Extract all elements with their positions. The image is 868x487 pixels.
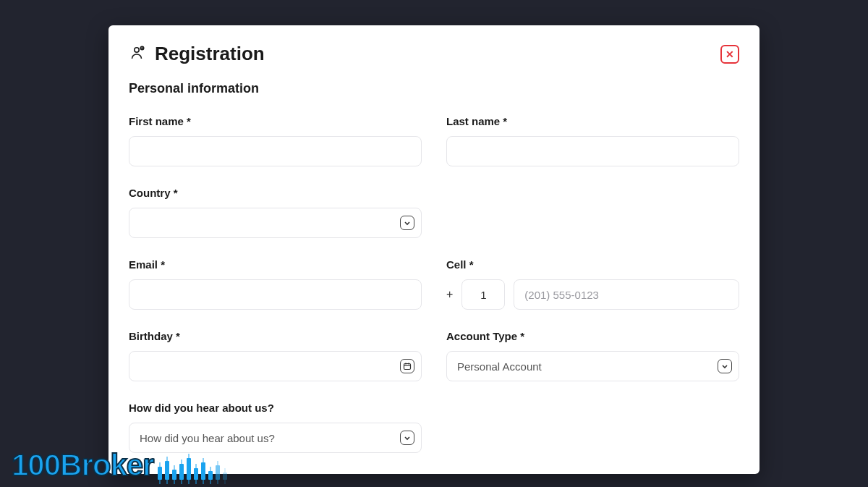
cell-group: Cell * + <box>446 258 739 310</box>
first-name-input[interactable] <box>129 136 422 166</box>
hear-placeholder: How did you hear about us? <box>140 432 275 444</box>
birthday-label: Birthday * <box>129 330 422 342</box>
candlestick-icon <box>158 451 227 480</box>
email-label: Email * <box>129 258 422 271</box>
user-add-icon <box>129 44 146 64</box>
email-input[interactable] <box>129 279 422 310</box>
country-group: Country * <box>129 187 422 238</box>
last-name-group: Last name * <box>446 115 739 166</box>
last-name-label: Last name * <box>446 115 739 127</box>
close-icon: ✕ <box>726 49 734 59</box>
country-select[interactable] <box>129 208 422 238</box>
modal-header-left: Registration <box>129 43 265 65</box>
modal-header: Registration ✕ <box>129 43 739 65</box>
birthday-group: Birthday * <box>129 330 422 381</box>
hear-label: How did you hear about us? <box>129 402 422 414</box>
country-code-input[interactable] <box>461 279 505 310</box>
birthday-input[interactable] <box>129 351 422 381</box>
cell-label: Cell * <box>446 258 739 271</box>
country-label: Country * <box>129 187 422 199</box>
form-grid: First name * Last name * Country * <box>129 115 739 453</box>
cell-prefix: + <box>446 288 453 301</box>
logo-text: 100Broker <box>12 448 153 483</box>
registration-modal: Registration ✕ Personal information Firs… <box>109 25 760 474</box>
close-button[interactable]: ✕ <box>720 45 739 64</box>
account-type-group: Account Type * Personal Account <box>446 330 739 381</box>
account-type-label: Account Type * <box>446 330 739 342</box>
first-name-group: First name * <box>129 115 422 166</box>
account-type-value: Personal Account <box>457 360 542 373</box>
email-group: Email * <box>129 258 422 310</box>
account-type-select[interactable]: Personal Account <box>446 351 739 381</box>
cell-input[interactable] <box>514 279 739 310</box>
first-name-label: First name * <box>129 115 422 127</box>
svg-point-0 <box>135 47 139 51</box>
modal-title: Registration <box>155 43 265 65</box>
last-name-input[interactable] <box>446 136 739 166</box>
brand-logo: 100Broker <box>12 448 227 483</box>
section-title: Personal information <box>129 81 739 96</box>
hear-group: How did you hear about us? How did you h… <box>129 402 422 453</box>
